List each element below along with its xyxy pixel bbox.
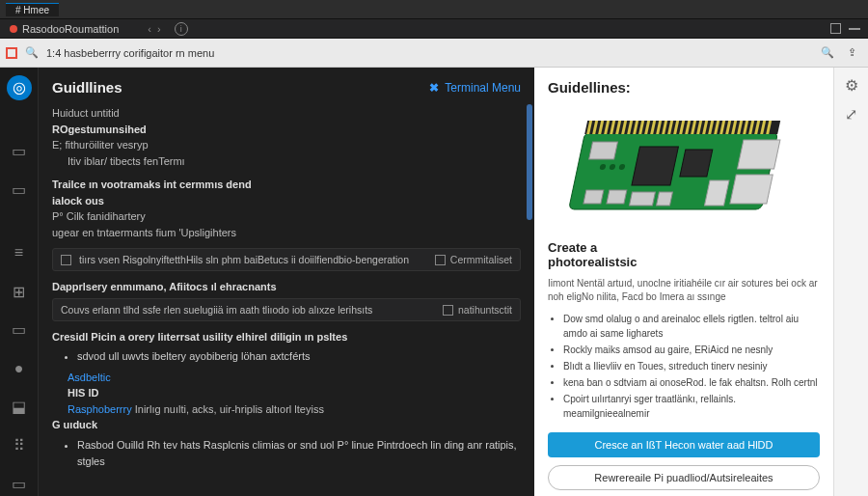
stop-icon[interactable] — [6, 47, 17, 59]
svg-rect-36 — [589, 142, 618, 159]
svg-rect-34 — [632, 147, 679, 185]
code-row-tag: natihuntsctit — [458, 304, 512, 316]
intro-block: Huiduct untitid ROgestumunsihed E; fithu… — [52, 105, 521, 169]
content-area: Guidllines ✖ Terminal Menu Huiduct untit… — [39, 68, 868, 496]
rail-expand-icon[interactable]: ⤢ — [844, 106, 859, 122]
left-panel-title: Guidllines — [52, 79, 122, 96]
svg-rect-42 — [629, 192, 655, 206]
file-tab-label: RasodooRoumattion — [22, 23, 119, 35]
svg-rect-35 — [680, 150, 713, 177]
sidebar-box3-icon[interactable]: ▭ — [7, 317, 32, 343]
checkbox-icon[interactable] — [443, 305, 453, 316]
create-button[interactable]: Cresce an IßT Hecon water aad HlDD — [548, 432, 820, 457]
file-tab-indicator-icon — [10, 25, 17, 33]
section-title: Cresidl Picin a orery liıterrsat usility… — [52, 331, 521, 343]
sidebar-box4-icon[interactable]: ▭ — [7, 471, 32, 496]
code-row-trail: natihuntsctit — [443, 304, 512, 316]
list-item: Rasbod Ouilld Rh tev hats Rasplcnis clim… — [77, 437, 521, 471]
svg-rect-41 — [607, 190, 627, 204]
left-sidebar: ◎ ▭ ▭ ≡ ⊞ ▭ ● ⬓ ⠿ ▭ — [0, 68, 39, 496]
list-item: kena ban o sdtviam ai onoseRod. le fak e… — [563, 375, 820, 390]
window-controls — [830, 23, 868, 34]
code-row-1[interactable]: tiırs vsen RisgolnyiftetthHils sln phm b… — [52, 248, 521, 271]
svg-rect-43 — [656, 192, 672, 206]
search-right-icon[interactable]: 🔍 — [821, 46, 834, 59]
info-icon[interactable]: i — [175, 22, 188, 36]
sidebar-layers-icon[interactable]: ⬓ — [7, 395, 32, 420]
checkbox-icon[interactable] — [435, 255, 446, 265]
raspberry-pi-board-icon — [558, 103, 809, 229]
rewrite-button[interactable]: Rewrereaile Pi puadliod/Autsireleaites — [548, 465, 820, 490]
sidebar-lines-icon[interactable]: ≡ — [7, 240, 32, 265]
searchbar-right-icons: 🔍 ⇪ — [821, 46, 862, 59]
maximize-icon[interactable] — [830, 23, 841, 34]
block2-line: ialock ous — [52, 193, 521, 209]
list-item: Cpoirt uılırtanryi sger traatlänkı, rell… — [563, 392, 820, 421]
share-icon[interactable]: ⇪ — [848, 46, 856, 59]
intro-line: ROgestumunsihed — [52, 122, 521, 138]
intro-line: Huiduct untitid — [52, 105, 521, 122]
board-image — [548, 103, 820, 229]
block2-line: ugear en tntaermants fium 'Upsligihters — [52, 225, 521, 241]
block2: Trailce ın vootramaks int cermmıs dend i… — [52, 177, 521, 240]
rail-gear-icon[interactable]: ⚙ — [844, 77, 859, 93]
code-row-text: tiırs vsen RisgolnyiftetthHils sln phm b… — [79, 254, 409, 265]
sidebar-box2-icon[interactable]: ▭ — [7, 178, 32, 203]
svg-rect-38 — [730, 175, 773, 204]
right-panel: Guidellines: — [534, 68, 833, 496]
raspberry-link-line: Rasphoberrry Inirlıg nuılti, acks, uir-h… — [52, 401, 521, 418]
search-input[interactable] — [46, 47, 336, 59]
search-bar: 🔍 🔍 ⇪ — [0, 39, 868, 68]
minimize-icon[interactable] — [849, 28, 860, 30]
section-title: Dapprlsery enmımano, Afiitocs ıl ehracna… — [52, 281, 521, 292]
right-lead-text: Iimont Nentäl artuıd, unoclne iritiahéil… — [548, 277, 820, 304]
terminal-menu[interactable]: ✖ Terminal Menu — [429, 81, 521, 95]
right-subtitle: Create a photorealistsic — [548, 240, 820, 269]
checkbox-icon[interactable] — [61, 255, 71, 265]
code-row-2[interactable]: Couvs erlann tlhd ssfe rlen suelugiiä im… — [52, 298, 521, 321]
bullet-list-2: Rasbod Ouilld Rh tev hats Rasplcnis clim… — [52, 437, 521, 471]
nav-back-button[interactable]: ‹ — [148, 23, 151, 35]
title-bar: # Hmee — [0, 0, 868, 19]
code-row-tag: Cermmitaliset — [450, 254, 512, 265]
list-item: Blıdt a Ilievliiv en Toues, sıtreduch ti… — [563, 359, 820, 373]
list-item: sdvod ull uwvts ibeltery ayobiberig löha… — [77, 348, 521, 366]
raspberry-link[interactable]: Rasphoberrry — [68, 403, 135, 415]
right-rail: ⚙ ⤢ — [833, 68, 868, 496]
terminal-x-icon: ✖ — [429, 81, 439, 95]
main-area: ◎ ▭ ▭ ≡ ⊞ ▭ ● ⬓ ⠿ ▭ Guidllines ✖ Termina… — [0, 68, 868, 496]
block2-line: Trailce ın vootramaks int cermmıs dend — [52, 177, 521, 193]
tab-bar: RasodooRoumattion ‹ › i — [0, 19, 868, 39]
search-icon: 🔍 — [25, 46, 39, 59]
scrollbar-thumb[interactable] — [527, 104, 532, 220]
svg-rect-37 — [738, 140, 780, 169]
link-asdbeltic[interactable]: Asdbeltic — [52, 370, 521, 386]
list-item: Rockly maiks amsod au gaire, ERiAicd ne … — [563, 343, 820, 357]
sidebar-target-icon[interactable]: ◎ — [7, 75, 32, 100]
guiduk-line: G uıduck — [52, 417, 521, 433]
nav-forward-button[interactable]: › — [157, 23, 161, 35]
left-panel: Guidllines ✖ Terminal Menu Huiduct untit… — [39, 68, 534, 496]
raspberry-rest: Inirlıg nuılti, acks, uir-hriplis altıor… — [135, 403, 324, 415]
sidebar-box1-icon[interactable]: ▭ — [7, 139, 32, 164]
right-bullet-list: Dow smd olalug o and areinaloc ellels ri… — [548, 312, 820, 421]
code-row-trail: Cermmitaliset — [435, 254, 512, 265]
bullet-list-1: sdvod ull uwvts ibeltery ayobiberig löha… — [52, 348, 521, 366]
sidebar-dot-icon[interactable]: ● — [7, 356, 32, 381]
hisid-line: HlS lD — [52, 385, 521, 401]
nav-arrows: ‹ › — [148, 23, 160, 35]
intro-indent-line: Itiv iblar/ tibects fenTermı — [52, 153, 521, 170]
right-panel-title: Guidellines: — [548, 79, 820, 96]
intro-line: E; fithuröiliter vesryp — [52, 137, 521, 153]
block2-line: P° Cilk fanidihartery — [52, 208, 521, 225]
code-row-text: Couvs erlann tlhd ssfe rlen suelugiiä im… — [61, 304, 372, 316]
terminal-menu-label: Terminal Menu — [445, 81, 521, 95]
app-title: # Hmee — [6, 3, 59, 16]
left-panel-header: Guidllines ✖ Terminal Menu — [52, 79, 521, 96]
svg-rect-40 — [583, 190, 604, 204]
sidebar-cluster-icon[interactable]: ⠿ — [7, 432, 32, 457]
list-item: Dow smd olalug o and areinaloc ellels ri… — [563, 312, 820, 341]
file-tab[interactable]: RasodooRoumattion — [0, 23, 128, 35]
sidebar-grid-icon[interactable]: ⊞ — [7, 279, 32, 304]
